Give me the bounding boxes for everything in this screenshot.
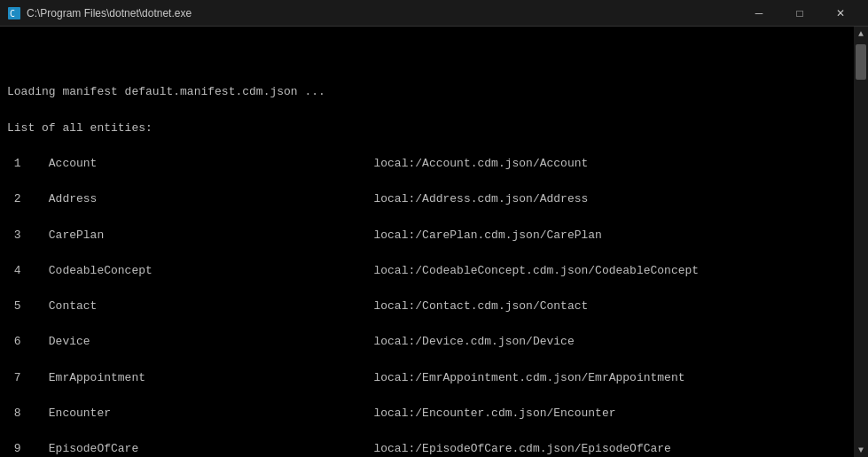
- entity-row-5: 5 Contact local:/Contact.cdm.json/Contac…: [7, 299, 588, 313]
- loading-line: Loading manifest default.manifest.cdm.js…: [7, 85, 325, 98]
- entity-list-header: List of all entities:: [7, 121, 152, 135]
- entity-row-4: 4 CodeableConcept local:/CodeableConcept…: [7, 264, 699, 277]
- scroll-up-button[interactable]: ▲: [854, 27, 868, 41]
- entity-row-8: 8 Encounter local:/Encounter.cdm.json/En…: [7, 407, 616, 420]
- scrollbar-thumb[interactable]: [856, 44, 866, 80]
- entity-row-9: 9 EpisodeOfCare local:/EpisodeOfCare.cdm…: [7, 442, 671, 455]
- title-bar: C C:\Program Files\dotnet\dotnet.exe ─ □…: [0, 0, 868, 27]
- minimize-button[interactable]: ─: [739, 0, 779, 27]
- entity-row-1: 1 Account local:/Account.cdm.json/Accoun…: [7, 157, 588, 170]
- terminal-content: Loading manifest default.manifest.cdm.js…: [7, 66, 861, 457]
- entity-row-2: 2 Address local:/Address.cdm.json/Addres…: [7, 192, 588, 205]
- scroll-down-button[interactable]: ▼: [854, 443, 868, 457]
- maximize-button[interactable]: □: [779, 0, 820, 27]
- close-button[interactable]: ✕: [820, 0, 861, 27]
- scrollbar[interactable]: ▲ ▼: [854, 27, 868, 457]
- entity-row-6: 6 Device local:/Device.cdm.json/Device: [7, 335, 575, 348]
- window-title: C:\Program Files\dotnet\dotnet.exe: [27, 7, 739, 19]
- window: C C:\Program Files\dotnet\dotnet.exe ─ □…: [0, 0, 868, 457]
- app-icon: C: [7, 6, 21, 20]
- entity-row-3: 3 CarePlan local:/CarePlan.cdm.json/Care…: [7, 228, 602, 242]
- svg-text:C: C: [10, 9, 15, 19]
- entity-row-7: 7 EmrAppointment local:/EmrAppointment.c…: [7, 371, 685, 384]
- window-controls: ─ □ ✕: [739, 0, 861, 27]
- terminal-window: Loading manifest default.manifest.cdm.js…: [0, 27, 868, 457]
